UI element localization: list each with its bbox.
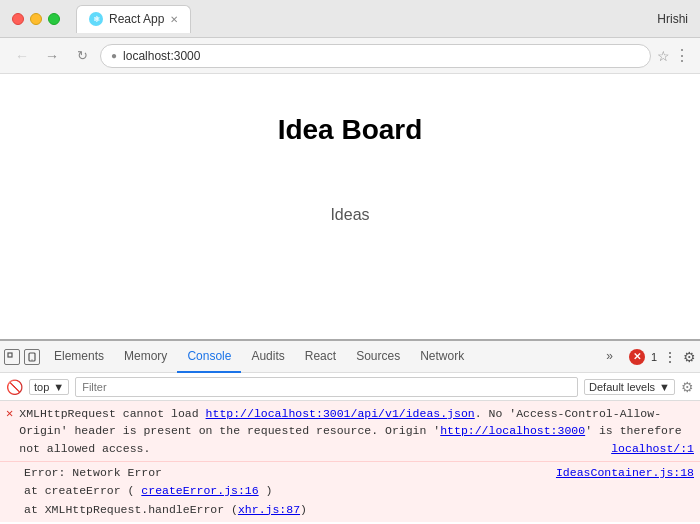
traffic-lights	[12, 13, 60, 25]
tab-favicon: ⚛	[89, 12, 103, 26]
devtools-panel: Elements Memory Console Audits React Sou…	[0, 339, 700, 522]
user-label: Hrishi	[657, 12, 688, 26]
devtools-more-icon[interactable]: ⋮	[663, 349, 677, 365]
bookmark-icon[interactable]: ☆	[657, 48, 670, 64]
stack-line2-prefix: at XMLHttpRequest.handleError (	[24, 503, 238, 516]
no-entry-icon[interactable]: 🚫	[6, 379, 23, 395]
error2-source-link[interactable]: IdeasContainer.js:18	[556, 464, 694, 482]
devtools-right-controls: » ✕ 1 ⋮ ⚙	[596, 341, 696, 373]
stack-line2: at XMLHttpRequest.handleError (xhr.js:87…	[24, 501, 694, 519]
console-toolbar: 🚫 top ▼ Default levels ▼ ⚙	[0, 373, 700, 401]
device-icon[interactable]	[24, 349, 40, 365]
console-stack: Error: Network Error IdeasContainer.js:1…	[0, 462, 700, 522]
tab-bar: ⚛ React App ✕	[76, 5, 649, 33]
error2-line: Error: Network Error IdeasContainer.js:1…	[24, 464, 694, 482]
title-bar: ⚛ React App ✕ Hrishi	[0, 0, 700, 38]
console-error-text: XMLHttpRequest cannot load http://localh…	[19, 405, 694, 457]
devtools-icons	[4, 349, 40, 365]
error-msg-prefix: XMLHttpRequest cannot load	[19, 407, 205, 420]
nav-right: ☆ ⋮	[657, 46, 690, 65]
level-value: Default levels	[589, 381, 655, 393]
tab-react[interactable]: React	[295, 341, 346, 373]
error-badge: ✕	[629, 349, 645, 365]
stack-line1-text: at createError (	[24, 484, 134, 497]
error-url-link[interactable]: http://localhost:3001/api/v1/ideas.json	[206, 407, 475, 420]
browser-tab[interactable]: ⚛ React App ✕	[76, 5, 191, 33]
level-chevron-icon: ▼	[659, 381, 670, 393]
stack-line1: at createError ( createError.js:16 )	[24, 482, 694, 500]
maximize-button[interactable]	[48, 13, 60, 25]
error-origin-link[interactable]: http://localhost:3000	[440, 424, 585, 437]
tab-console[interactable]: Console	[177, 341, 241, 373]
tab-memory[interactable]: Memory	[114, 341, 177, 373]
xhr-link[interactable]: xhr.js:87	[238, 503, 300, 516]
create-error-link[interactable]: createError.js:16	[141, 484, 258, 497]
tab-title: React App	[109, 12, 164, 26]
error2-text: Error: Network Error	[24, 466, 162, 479]
console-error-row: ✕ XMLHttpRequest cannot load http://loca…	[0, 401, 700, 462]
inspect-icon[interactable]	[4, 349, 20, 365]
ideas-label: Ideas	[330, 206, 369, 224]
menu-icon[interactable]: ⋮	[674, 46, 690, 65]
context-select[interactable]: top ▼	[29, 379, 69, 395]
tab-sources[interactable]: Sources	[346, 341, 410, 373]
error-icon: ✕	[6, 406, 13, 457]
tab-audits[interactable]: Audits	[241, 341, 294, 373]
back-button[interactable]: ←	[10, 44, 34, 68]
lock-icon: ●	[111, 50, 117, 61]
page-title: Idea Board	[278, 114, 423, 146]
error-x-icon: ✕	[633, 351, 641, 362]
filter-input[interactable]	[75, 377, 578, 397]
nav-bar: ← → ↻ ● localhost:3000 ☆ ⋮	[0, 38, 700, 74]
error-source-link[interactable]: localhost/:1	[611, 440, 694, 457]
refresh-button[interactable]: ↻	[70, 44, 94, 68]
close-button[interactable]	[12, 13, 24, 25]
address-bar[interactable]: ● localhost:3000	[100, 44, 651, 68]
minimize-button[interactable]	[30, 13, 42, 25]
error-count: 1	[651, 351, 657, 363]
tab-more[interactable]: »	[596, 341, 623, 373]
svg-rect-0	[8, 353, 12, 357]
tab-elements[interactable]: Elements	[44, 341, 114, 373]
url-text: localhost:3000	[123, 49, 200, 63]
context-chevron-icon: ▼	[53, 381, 64, 393]
devtools-settings-icon[interactable]: ⚙	[683, 349, 696, 365]
devtools-tab-bar: Elements Memory Console Audits React Sou…	[0, 341, 700, 373]
level-select[interactable]: Default levels ▼	[584, 379, 675, 395]
tab-network[interactable]: Network	[410, 341, 474, 373]
context-value: top	[34, 381, 49, 393]
tab-close-icon[interactable]: ✕	[170, 14, 178, 25]
console-output: ✕ XMLHttpRequest cannot load http://loca…	[0, 401, 700, 522]
page-content: Idea Board Ideas	[0, 74, 700, 339]
forward-button[interactable]: →	[40, 44, 64, 68]
console-settings-icon[interactable]: ⚙	[681, 379, 694, 395]
